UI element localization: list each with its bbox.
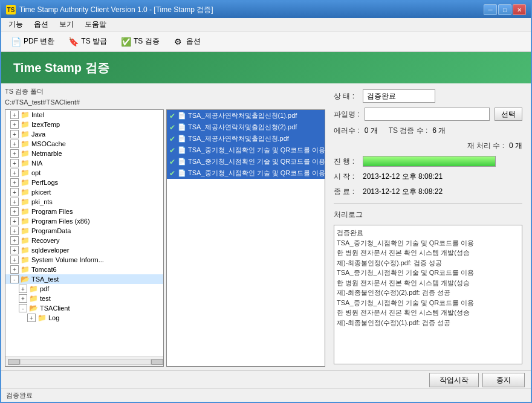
header-banner: Time Stamp 검증 [1,52,531,83]
menu-item-features[interactable]: 기능 [4,18,28,31]
close-button[interactable]: ✕ [513,4,526,15]
expander-sqldeveloper[interactable]: + [10,246,19,254]
expander-tomcat6[interactable]: + [10,265,19,274]
menu-item-options[interactable]: 옵션 [29,18,53,31]
ts-verify-button[interactable]: ✅ TS 검증 [115,34,165,50]
error-label: 에러수 : [334,126,360,136]
tree-horizontal-scrollbar[interactable] [5,356,163,366]
tree-item-program-files-x86[interactable]: + 📁 Program Files (x86) [5,216,163,226]
file-item-2[interactable]: ✔ 📄 TSA_제공사연락처및출입신청.pdf [167,133,325,144]
folder-icon-log: 📁 [37,314,47,322]
expander-pkicert[interactable]: + [10,188,19,196]
expander-pki-nts[interactable]: + [10,198,19,206]
tree-item-test[interactable]: + 📁 test [5,294,163,303]
tree-label-izextemp: IzexTemp [31,121,60,128]
file-item-3[interactable]: ✔ 📄 TSA_중기청_시점확인 기술 및 QR코드를 이용한 병원 전... [167,144,325,156]
expander-msocache[interactable]: + [10,140,19,148]
file-item-1[interactable]: ✔ 📄 TSA_제공사연락처및출입신청(2).pdf [167,121,325,133]
tree-item-programdata[interactable]: + 📁 ProgramData [5,226,163,236]
tree-item-msocache[interactable]: + 📁 MSOCache [5,139,163,149]
restore-button[interactable]: □ [498,4,511,15]
file-item-5[interactable]: ✔ 📄 TSA_중기청_시점확인 기술 및 QR코드를 이용한 병원 전... [167,167,325,179]
log-section-label: 처리로그 [334,210,522,220]
ts-check-value: 6 개 [432,126,446,136]
tree-label-netmarble: Netmarble [31,150,62,157]
folder-icon-java: 📁 [21,130,30,138]
tree-item-pkicert[interactable]: + 📁 pkicert [5,187,163,197]
tree-item-nia[interactable]: + 📁 NIA [5,158,163,168]
tree-item-opt[interactable]: + 📁 opt [5,168,163,178]
window-controls: ─ □ ✕ [484,4,526,15]
file-icon-0: 📄 [178,112,186,120]
tree-item-perflogs[interactable]: + 📁 PerfLogs [5,178,163,187]
tree-item-tsaclient[interactable]: - 📂 TSAClient [5,303,163,313]
expander-netmarble[interactable]: + [10,149,19,158]
tree-item-izextemp[interactable]: + 📁 IzexTemp [5,120,163,129]
expander-log[interactable]: + [27,314,36,322]
expander-intel[interactable]: + [10,111,19,119]
tree-item-pdf[interactable]: + 📁 pdf [5,284,163,294]
file-list[interactable]: ✔ 📄 TSA_제공사연락처및출입신청(1).pdf ✔ 📄 TSA_제공사연락… [166,109,325,367]
folder-icon-programdata: 📁 [21,227,30,235]
tree-inner[interactable]: + 📁 Intel + 📁 IzexTemp + � [5,110,163,356]
ts-issue-icon: 🔖 [68,36,79,47]
tree-label-programdata: ProgramData [31,227,71,234]
retry-value: 0 개 [509,141,522,151]
folder-icon-izextemp: 📁 [21,120,30,129]
expander-java[interactable]: + [10,130,19,138]
file-item-4[interactable]: ✔ 📄 TSA_중기청_시점확인 기술 및 QR코드를 이용한 병원 전... [167,156,325,167]
tree-item-program-files[interactable]: + 📁 Program Files [5,207,163,216]
options-button[interactable]: ⚙ 옵션 [167,34,206,50]
pdf-convert-button[interactable]: 📄 PDF 변환 [5,34,60,50]
expander-perflogs[interactable]: + [10,178,19,187]
tree-item-tomcat6[interactable]: + 📁 Tomcat6 [5,265,163,274]
file-icon-1: 📄 [178,123,186,131]
expander-tsaclient[interactable]: - [19,304,27,312]
tree-item-system-volume[interactable]: + 📁 System Volume Inform... [5,255,163,265]
expander-opt[interactable]: + [10,169,19,177]
tree-item-intel[interactable]: + 📁 Intel [5,110,163,120]
tree-label-pkicert: pkicert [31,189,51,196]
status-label: 상 태 : [334,91,358,102]
tree-item-log[interactable]: + 📁 Log [5,313,163,323]
filename-row: 파일명 : 선택 [334,108,522,121]
options-icon: ⚙ [173,36,184,47]
folder-icon-opt: 📁 [21,169,30,177]
tree-item-pki-nts[interactable]: + 📁 pki_nts [5,197,163,207]
file-icon-2: 📄 [178,135,186,143]
tree-item-java[interactable]: + 📁 Java [5,129,163,139]
stop-button[interactable]: 중지 [482,373,525,387]
expander-program-files-x86[interactable]: + [10,217,19,225]
file-icon-5: 📄 [178,169,186,177]
file-item-0[interactable]: ✔ 📄 TSA_제공사연락처및출입신청(1).pdf [167,110,325,121]
expander-recovery[interactable]: + [10,236,19,245]
expander-izextemp[interactable]: + [10,120,19,129]
expander-pdf[interactable]: + [19,285,27,293]
tree-label-nia: NIA [31,160,42,167]
menu-item-view[interactable]: 보기 [54,18,79,31]
minimize-button[interactable]: ─ [484,4,497,15]
action-bar: 작업시작 중지 [1,370,531,388]
tree-item-recovery[interactable]: + 📁 Recovery [5,236,163,245]
expander-programdata[interactable]: + [10,227,19,235]
expander-system-volume[interactable]: + [10,256,19,264]
filename-label: 파일명 : [334,109,360,120]
ts-issue-button[interactable]: 🔖 TS 발급 [62,34,112,50]
tree-label-sqldeveloper: sqldeveloper [31,247,69,254]
expander-program-files[interactable]: + [10,207,19,216]
expander-test[interactable]: + [19,294,27,303]
select-file-button[interactable]: 선택 [495,108,522,121]
folder-icon-program-files-x86: 📁 [21,217,30,225]
folder-icon-test: 📁 [29,294,38,303]
retry-label: 재 처리 수 : [467,141,504,151]
tree-item-sqldeveloper[interactable]: + 📁 sqldeveloper [5,245,163,255]
menu-item-help[interactable]: 도움말 [80,18,111,31]
expander-tsa-test[interactable]: - [10,275,19,283]
tree-item-tsa-test[interactable]: - 📂 TSA_test [5,274,163,284]
window-title: Time Stamp Authority Client Version 1.0 … [19,5,484,15]
tree-item-netmarble[interactable]: + 📁 Netmarble [5,149,163,158]
expander-nia[interactable]: + [10,159,19,167]
log-container[interactable]: 검증완료 TSA_중기청_시점확인 기술 및 QR코드를 이용 한 병원 전자문… [334,225,522,364]
start-button[interactable]: 작업시작 [429,373,479,387]
folder-icon-recovery: 📁 [21,236,30,245]
